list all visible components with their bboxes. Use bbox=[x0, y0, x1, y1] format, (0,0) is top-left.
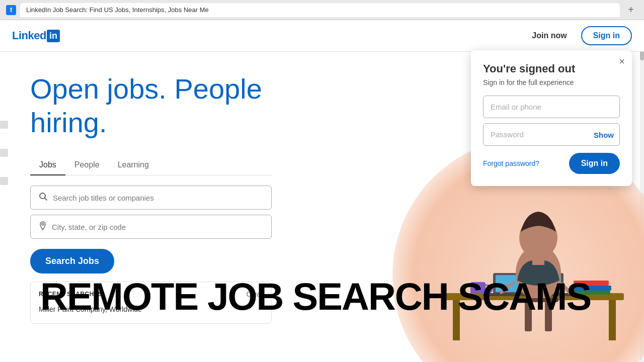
modal-subtitle: Sign in for the full experience bbox=[483, 78, 620, 86]
svg-rect-8 bbox=[609, 300, 616, 340]
page: Linked in Join now Sign in bbox=[0, 20, 644, 362]
modal-footer: Forgot password? Sign in bbox=[483, 153, 620, 174]
svg-rect-19 bbox=[518, 298, 558, 302]
password-wrap: Show bbox=[483, 123, 620, 146]
svg-rect-14 bbox=[573, 291, 610, 295]
navbar: Linked in Join now Sign in bbox=[0, 20, 644, 52]
clear-recent-button[interactable]: Clear bbox=[247, 290, 263, 298]
browser-favicon: f bbox=[6, 5, 16, 15]
svg-rect-13 bbox=[571, 286, 611, 291]
recent-searches-panel: RECENT SEARCHES Clear Miller Paint Compa… bbox=[30, 282, 272, 324]
search-area: Search Jobs RECENT SEARCHES Clear Miller… bbox=[30, 186, 272, 324]
forgot-password-link[interactable]: Forgot password? bbox=[483, 159, 539, 167]
location-wrap bbox=[30, 215, 272, 239]
svg-point-24 bbox=[42, 223, 44, 225]
recent-searches-header: RECENT SEARCHES Clear bbox=[39, 290, 263, 298]
browser-tab[interactable]: LinkedIn Job Search: Find US Jobs, Inter… bbox=[20, 3, 620, 17]
tab-learning[interactable]: Learning bbox=[109, 155, 158, 175]
search-jobs-button[interactable]: Search Jobs bbox=[30, 249, 114, 274]
modal-signin-button[interactable]: Sign in bbox=[569, 153, 620, 174]
email-field[interactable] bbox=[483, 96, 620, 118]
svg-rect-12 bbox=[574, 281, 609, 286]
job-search-wrap bbox=[30, 186, 272, 210]
modal-close-button[interactable]: × bbox=[619, 56, 625, 66]
logo-text: Linked bbox=[12, 29, 46, 42]
recent-searches-title: RECENT SEARCHES bbox=[39, 291, 103, 298]
logo: Linked in bbox=[12, 29, 60, 42]
signin-modal: × You're signed out Sign in for the full… bbox=[471, 50, 632, 186]
join-now-button[interactable]: Join now bbox=[526, 27, 573, 44]
svg-rect-18 bbox=[532, 257, 544, 265]
job-search-input[interactable] bbox=[53, 194, 263, 202]
sign-in-button[interactable]: Sign in bbox=[581, 26, 632, 45]
show-password-button[interactable]: Show bbox=[594, 130, 614, 139]
svg-rect-21 bbox=[545, 301, 552, 331]
search-icon bbox=[39, 192, 48, 203]
modal-title: You're signed out bbox=[483, 62, 620, 75]
svg-rect-20 bbox=[525, 301, 532, 331]
logo-in-badge: in bbox=[47, 30, 60, 42]
tab-jobs[interactable]: Jobs bbox=[30, 155, 65, 175]
svg-rect-7 bbox=[453, 300, 460, 340]
nav-actions: Join now Sign in bbox=[526, 26, 632, 45]
tab-people[interactable]: People bbox=[65, 155, 109, 175]
new-tab-button[interactable]: + bbox=[624, 3, 638, 17]
svg-rect-15 bbox=[470, 282, 486, 294]
recent-search-item[interactable]: Miller Paint Company, Worldwide bbox=[39, 303, 263, 315]
location-icon bbox=[39, 221, 47, 232]
svg-line-23 bbox=[45, 198, 47, 201]
location-input[interactable] bbox=[52, 223, 263, 231]
tabs-container: Jobs People Learning bbox=[30, 155, 272, 175]
hero-title: Open jobs. People hiring. bbox=[30, 72, 302, 139]
browser-chrome: f LinkedIn Job Search: Find US Jobs, Int… bbox=[0, 0, 644, 20]
